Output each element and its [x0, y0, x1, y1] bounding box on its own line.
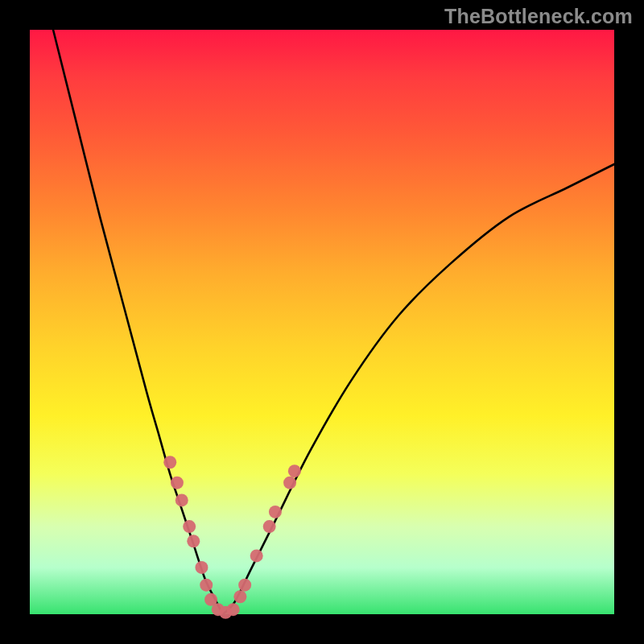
marker-point	[175, 493, 188, 506]
plot-area	[30, 30, 614, 614]
marker-point	[269, 506, 282, 518]
marker-point	[183, 520, 196, 533]
marker-point	[195, 561, 208, 574]
marker-point	[163, 456, 176, 469]
marker-point	[227, 603, 240, 616]
marker-point	[187, 535, 200, 547]
chart-frame: TheBottleneck.com	[0, 0, 644, 644]
marker-point	[283, 477, 296, 489]
marker-group	[163, 456, 301, 619]
series-group	[53, 30, 614, 614]
series-right-branch	[223, 164, 614, 614]
marker-point	[171, 477, 184, 489]
marker-point	[233, 590, 246, 603]
chart-svg	[30, 30, 614, 614]
series-left-branch	[53, 30, 223, 614]
marker-point	[288, 464, 301, 477]
marker-point	[263, 520, 276, 533]
marker-point	[200, 579, 213, 592]
marker-point	[250, 549, 263, 562]
marker-point	[238, 579, 251, 592]
watermark-text: TheBottleneck.com	[444, 5, 633, 28]
